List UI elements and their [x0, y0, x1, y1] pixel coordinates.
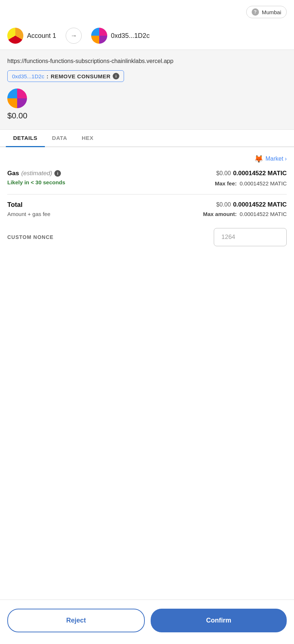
tx-url: https://functions-functions-subscription…: [7, 57, 287, 65]
tx-action-badge: 0xd35...1D2c : REMOVE CONSUMER i: [7, 70, 124, 82]
reject-button[interactable]: Reject: [7, 609, 145, 632]
gas-usd: $0.00: [216, 170, 231, 177]
to-address-label: 0xd35...1D2c: [111, 32, 150, 40]
max-fee-row: Max fee: 0.00014522 MATIC: [215, 180, 287, 186]
nonce-input[interactable]: [214, 228, 287, 246]
gas-row: Gas (estimated) i $0.00 0.00014522 MATIC: [7, 170, 287, 177]
tx-amount: $0.00: [7, 111, 27, 121]
arrow-button[interactable]: →: [66, 28, 82, 44]
max-amount-label: Max amount:: [203, 211, 237, 217]
gas-estimated-label: (estimated): [21, 170, 52, 177]
max-amount-value: 0.00014522 MATIC: [240, 211, 287, 217]
gas-label: Gas (estimated) i: [7, 170, 61, 177]
total-sub-label: Amount + gas fee: [7, 211, 50, 217]
market-chevron-icon: ›: [285, 156, 287, 162]
total-matic: 0.00014522 MATIC: [233, 201, 287, 208]
tx-action-address: 0xd35...1D2c: [12, 73, 44, 79]
tabs-bar: DETAILS DATA HEX: [0, 130, 294, 147]
tab-hex[interactable]: HEX: [74, 130, 101, 147]
gas-info-icon[interactable]: i: [54, 170, 61, 177]
action-info-icon[interactable]: i: [113, 73, 119, 79]
tx-info-block: https://functions-functions-subscription…: [0, 50, 294, 130]
total-label: Total: [7, 201, 23, 209]
tx-action-separator: :: [46, 73, 49, 79]
max-amount-row: Max amount: 0.00014522 MATIC: [203, 211, 287, 217]
market-link[interactable]: Market ›: [266, 156, 287, 162]
tx-action-label: REMOVE CONSUMER: [51, 73, 111, 79]
nonce-label: CUSTOM NONCE: [7, 234, 54, 240]
gas-section: Gas (estimated) i $0.00 0.00014522 MATIC…: [7, 170, 287, 188]
total-usd: $0.00: [216, 201, 231, 208]
tx-avatar: [7, 89, 27, 108]
fox-icon: 🦊: [254, 154, 263, 163]
gas-matic: 0.00014522 MATIC: [233, 170, 287, 177]
max-fee-value: 0.00014522 MATIC: [240, 180, 287, 186]
bottom-bar: Reject Confirm: [0, 600, 294, 644]
gas-text: Gas: [7, 170, 19, 177]
market-label: Market: [266, 156, 283, 162]
confirm-button[interactable]: Confirm: [151, 609, 287, 632]
network-label: Mumbai: [262, 9, 281, 15]
total-section: Total $0.00 0.00014522 MATIC Amount + ga…: [7, 201, 287, 217]
market-row: 🦊 Market ›: [7, 154, 287, 163]
total-value: $0.00 0.00014522 MATIC: [216, 201, 287, 208]
top-bar: ? Mumbai: [0, 0, 294, 22]
total-row: Total $0.00 0.00014522 MATIC: [7, 201, 287, 209]
tx-avatar-area: $0.00: [7, 89, 287, 121]
to-avatar: [91, 28, 107, 44]
from-account-label: Account 1: [27, 32, 56, 40]
tab-details[interactable]: DETAILS: [6, 130, 45, 147]
network-badge[interactable]: ? Mumbai: [246, 6, 287, 18]
divider: [7, 194, 287, 195]
tab-data[interactable]: DATA: [45, 130, 74, 147]
help-icon: ?: [252, 8, 259, 16]
max-fee-label: Max fee:: [215, 180, 237, 186]
gas-timing: Likely in < 30 seconds: [7, 179, 65, 185]
nonce-section: CUSTOM NONCE: [7, 228, 287, 246]
from-avatar: [7, 28, 23, 44]
account-row: Account 1 → 0xd35...1D2c: [0, 22, 294, 50]
details-content: 🦊 Market › Gas (estimated) i $0.00 0.000…: [0, 147, 294, 254]
gas-value: $0.00 0.00014522 MATIC: [216, 170, 287, 177]
